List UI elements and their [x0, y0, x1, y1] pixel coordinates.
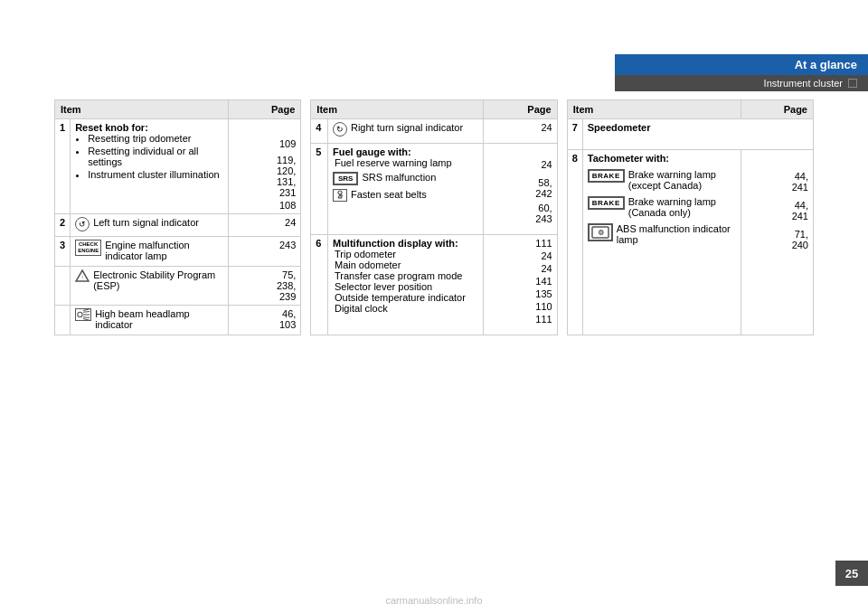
icon-row: CHECKENGINE Engine malfunction indicator…	[75, 240, 222, 261]
icon-row: ⚙ ABS malfunction indicator lamp	[588, 223, 736, 245]
item-text: Fasten seat belts	[351, 189, 427, 200]
list-item: Resetting individual or all settings	[88, 146, 222, 167]
svg-text:⚙: ⚙	[597, 229, 603, 237]
table1-header-item: Item	[55, 100, 229, 119]
row-item: Tachometer with: BRAKE Brake warning lam…	[582, 149, 741, 335]
row-item: CHECKENGINE Engine malfunction indicator…	[71, 237, 228, 267]
item-text: Right turn signal indicator	[351, 122, 463, 133]
table-row: High beam headlamp indicator 46,103	[55, 306, 301, 335]
icon-row: ↻ Right turn signal indicator	[333, 122, 478, 137]
row-num: 3	[55, 237, 71, 267]
brake-icon: BRAKE	[588, 169, 625, 183]
page-number: 25	[835, 561, 868, 586]
table-row: 6 Multifunction display with: Trip odome…	[311, 234, 557, 335]
row-num: 8	[567, 149, 582, 335]
table-2: Item Page 4 ↻ Right turn signal indicato…	[310, 99, 557, 335]
row-num	[55, 267, 71, 306]
list-item: Outside temperature indicator	[335, 292, 478, 303]
icon-row: ! Electronic Stability Program (ESP)	[75, 269, 222, 291]
item-text: High beam headlamp indicator	[95, 308, 222, 330]
header-square-icon	[848, 79, 857, 88]
header-area: At a glance Instrument cluster	[615, 54, 868, 91]
row-num: 2	[55, 214, 71, 237]
svg-text:!: !	[81, 275, 83, 280]
icon-row: ↺ Left turn signal indicator	[75, 217, 222, 231]
row-num	[55, 306, 71, 335]
table-row: 2 ↺ Left turn signal indicator 24	[55, 214, 301, 237]
row-num: 7	[567, 119, 582, 150]
icon-row: BRAKE Brake warning lamp (Canada only)	[588, 196, 736, 218]
svg-point-8	[338, 191, 342, 194]
item-text: Engine malfunction indicator lamp	[105, 240, 222, 261]
header-subtitle-text: Instrument cluster	[764, 78, 843, 89]
list-item: Trip odometer	[335, 249, 478, 259]
multifunction-items: Trip odometer Main odometer Transfer cas…	[335, 249, 478, 314]
table-row: 4 ↻ Right turn signal indicator 24	[311, 119, 557, 144]
table-row: 1 Reset knob for: Resetting trip odomete…	[55, 119, 301, 214]
svg-line-5	[83, 317, 90, 318]
row-num: 5	[311, 144, 328, 235]
header-title: At a glance	[615, 54, 868, 75]
row-page: 46,103	[228, 306, 301, 335]
turn-signal-right-icon: ↻	[333, 122, 347, 137]
table-row: 7 Speedometer	[567, 119, 813, 150]
reset-knob-list: Resetting trip odometer Resetting indivi…	[88, 133, 222, 180]
highbeam-icon	[75, 308, 91, 321]
esp-triangle-icon: !	[75, 269, 90, 282]
header-subtitle: Instrument cluster	[615, 75, 868, 91]
row-item: Multifunction display with: Trip odomete…	[327, 234, 483, 335]
table1-header-page: Page	[228, 100, 301, 119]
table-row: 3 CHECKENGINE Engine malfunction indicat…	[55, 237, 301, 267]
table3-header-item: Item	[567, 100, 741, 119]
icon-row: BRAKE Brake warning lamp (except Canada)	[588, 169, 736, 191]
content-area: Item Page 1 Reset knob for: Resetting tr…	[54, 99, 814, 335]
row-page: 24 58,242 60,243	[483, 144, 557, 235]
row-item: ↺ Left turn signal indicator	[71, 214, 228, 237]
row-page: 111 24 24 141 135 110 111	[483, 234, 557, 335]
row-item: High beam headlamp indicator	[71, 306, 228, 335]
list-item: Instrument cluster illumination	[88, 169, 222, 180]
table3-header-page: Page	[741, 100, 813, 119]
list-item: Resetting trip odometer	[88, 133, 222, 144]
row-page: 75,238,239	[228, 267, 301, 306]
abs-icon: ⚙	[588, 223, 613, 241]
seatbelt-icon	[333, 189, 347, 202]
table-3: Item Page 7 Speedometer 8 Tachometer wit…	[567, 99, 814, 335]
row-page: 243	[228, 237, 301, 267]
row-page: 24	[483, 119, 557, 144]
row-num: 6	[311, 234, 328, 335]
row-item: Speedometer	[582, 119, 813, 150]
srs-icon: SRS	[333, 172, 358, 185]
icon-row: High beam headlamp indicator	[75, 308, 222, 330]
item-text: Brake warning lamp (Canada only)	[628, 196, 736, 218]
row-page: 44,241 44,241 71,240	[741, 149, 813, 335]
icon-row: Fasten seat belts	[333, 189, 478, 202]
item-text: Electronic Stability Program (ESP)	[93, 269, 222, 291]
row-item: ↻ Right turn signal indicator	[327, 119, 483, 144]
turn-signal-left-icon: ↺	[75, 217, 90, 231]
table2-header-item: Item	[311, 100, 484, 119]
svg-line-4	[83, 311, 90, 312]
row-page: 109 119,120,131,231 108	[228, 119, 301, 214]
list-item: Selector lever position	[335, 281, 478, 292]
row-item: ! Electronic Stability Program (ESP)	[71, 267, 228, 306]
item-text: Brake warning lamp (except Canada)	[628, 169, 736, 191]
list-item: Main odometer	[335, 259, 478, 270]
watermark: carmanualsonline.info	[385, 595, 482, 606]
row-num: 4	[311, 119, 328, 144]
list-item: Digital clock	[335, 303, 478, 314]
table-row: 8 Tachometer with: BRAKE Brake warning l…	[567, 149, 813, 335]
svg-point-2	[78, 312, 82, 316]
row-item: Reset knob for: Resetting trip odometer …	[71, 119, 228, 214]
svg-line-7	[83, 318, 90, 320]
row-num: 1	[55, 119, 71, 214]
check-engine-icon: CHECKENGINE	[75, 240, 101, 256]
table-row: ! Electronic Stability Program (ESP) 75,…	[55, 267, 301, 306]
table-1: Item Page 1 Reset knob for: Resetting tr…	[54, 99, 301, 335]
row-item: Fuel gauge with: Fuel reserve warning la…	[327, 144, 483, 235]
table-row: 5 Fuel gauge with: Fuel reserve warning …	[311, 144, 557, 235]
row-page: 24	[228, 214, 301, 237]
fuel-reserve-text: Fuel reserve warning lamp	[335, 157, 452, 168]
item-text: SRS malfunction	[362, 172, 436, 183]
icon-row: SRS SRS malfunction	[333, 172, 478, 185]
